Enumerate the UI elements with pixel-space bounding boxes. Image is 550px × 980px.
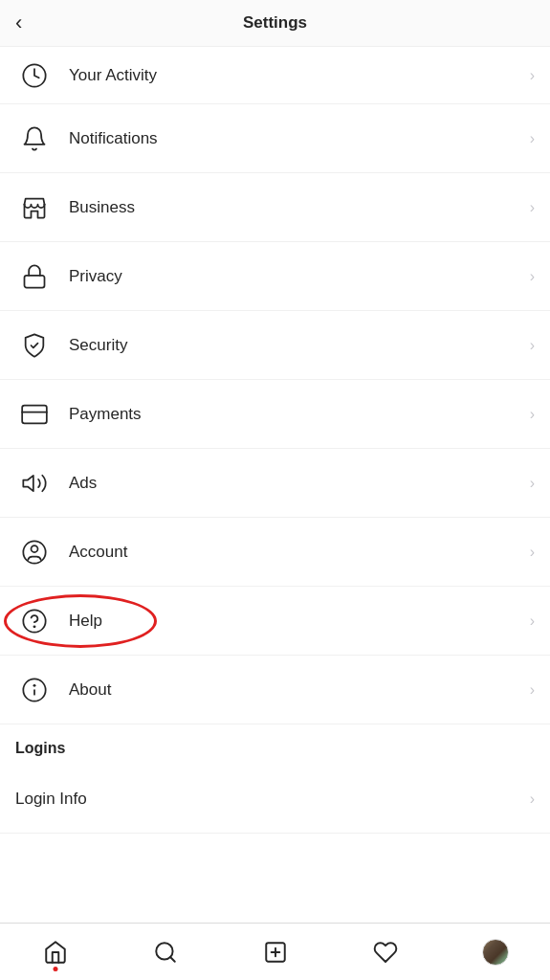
- chevron-icon: ›: [530, 612, 535, 630]
- back-button[interactable]: ‹: [15, 12, 22, 33]
- nav-new-post[interactable]: [252, 931, 299, 973]
- svg-marker-4: [23, 475, 33, 490]
- settings-item-ads[interactable]: Ads ›: [0, 449, 550, 518]
- heart-icon: [373, 940, 398, 965]
- settings-item-business[interactable]: Business ›: [0, 173, 550, 242]
- chevron-icon: ›: [530, 681, 535, 699]
- page-title: Settings: [243, 13, 307, 33]
- svg-rect-1: [25, 275, 45, 287]
- chevron-icon: ›: [530, 337, 535, 354]
- shield-icon: [15, 326, 54, 365]
- info-circle-icon: [15, 671, 54, 709]
- settings-item-help[interactable]: Help ›: [0, 587, 550, 656]
- svg-rect-2: [22, 405, 47, 423]
- settings-item-account[interactable]: Account ›: [0, 518, 550, 587]
- megaphone-icon: [15, 464, 54, 502]
- notifications-label: Notifications: [69, 129, 530, 148]
- shop-icon: [15, 189, 54, 227]
- nav-activity[interactable]: [362, 931, 409, 973]
- svg-line-13: [170, 957, 175, 962]
- home-icon: [43, 940, 68, 965]
- settings-item-security[interactable]: Security ›: [0, 311, 550, 380]
- chevron-icon: ›: [530, 791, 535, 808]
- search-icon: [153, 940, 178, 965]
- settings-item-payments[interactable]: Payments ›: [0, 380, 550, 449]
- chevron-icon: ›: [530, 199, 535, 216]
- nav-profile[interactable]: [472, 931, 519, 973]
- login-info-label: Login Info: [15, 790, 530, 809]
- about-label: About: [69, 680, 530, 700]
- home-active-dot: [53, 967, 57, 971]
- help-label: Help: [69, 612, 530, 631]
- bottom-navigation: [0, 923, 550, 980]
- profile-avatar: [482, 939, 509, 966]
- chevron-icon: ›: [530, 130, 535, 147]
- settings-item-your-activity[interactable]: Your Activity ›: [0, 47, 550, 104]
- card-icon: [15, 395, 54, 434]
- settings-item-privacy[interactable]: Privacy ›: [0, 242, 550, 311]
- plus-square-icon: [263, 940, 288, 965]
- person-circle-icon: [15, 533, 54, 571]
- svg-point-7: [23, 610, 45, 632]
- svg-point-6: [32, 546, 38, 552]
- chevron-icon: ›: [530, 268, 535, 285]
- privacy-label: Privacy: [69, 267, 530, 286]
- chevron-icon: ›: [530, 406, 535, 423]
- settings-header: ‹ Settings: [0, 0, 550, 47]
- settings-item-notifications[interactable]: Notifications ›: [0, 104, 550, 173]
- logins-section-header: Logins: [0, 724, 550, 765]
- settings-item-about[interactable]: About ›: [0, 656, 550, 724]
- settings-content: Your Activity › Notifications › Business…: [0, 47, 550, 891]
- security-label: Security: [69, 336, 530, 355]
- ads-label: Ads: [69, 474, 530, 493]
- question-circle-icon: [15, 602, 54, 640]
- bell-icon: [15, 120, 54, 158]
- chevron-icon: ›: [530, 544, 535, 561]
- chevron-icon: ›: [530, 67, 535, 84]
- payments-label: Payments: [69, 405, 530, 424]
- activity-icon: [15, 56, 54, 95]
- chevron-icon: ›: [530, 475, 535, 492]
- nav-search[interactable]: [142, 931, 189, 973]
- lock-icon: [15, 257, 54, 296]
- settings-item-login-info[interactable]: Login Info ›: [0, 765, 550, 834]
- business-label: Business: [69, 198, 530, 217]
- account-label: Account: [69, 543, 530, 562]
- nav-home[interactable]: [32, 931, 79, 973]
- your-activity-label: Your Activity: [69, 66, 530, 85]
